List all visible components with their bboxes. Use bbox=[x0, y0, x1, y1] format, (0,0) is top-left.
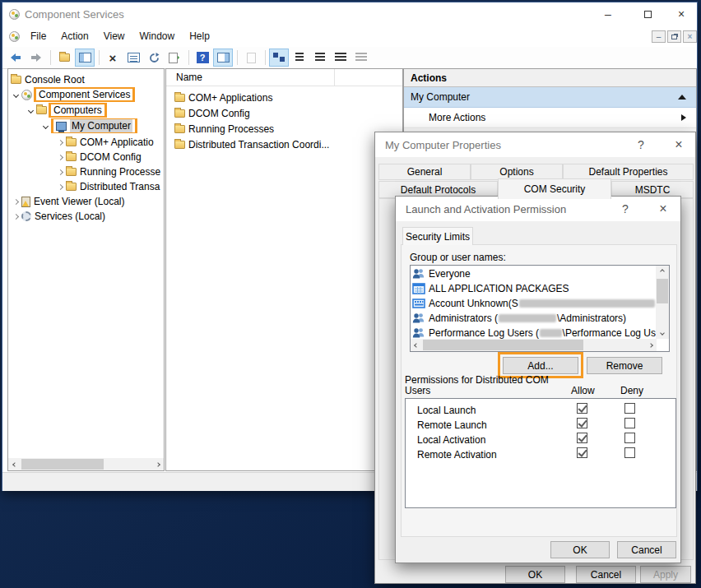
view-customize-button[interactable] bbox=[351, 49, 371, 67]
dialog-close-button[interactable]: × bbox=[665, 132, 693, 157]
actions-item-more-actions[interactable]: More Actions bbox=[404, 108, 696, 128]
tree-item-console-root[interactable]: Console Root bbox=[8, 72, 164, 87]
user-list-vertical-scrollbar[interactable] bbox=[656, 266, 669, 339]
show-hide-console-tree-button[interactable] bbox=[75, 49, 95, 67]
permission-ok-button[interactable]: OK bbox=[550, 541, 610, 558]
view-list-button[interactable] bbox=[310, 49, 330, 67]
delete-button[interactable]: × bbox=[103, 49, 123, 67]
tree-item-component-services[interactable]: Component Services bbox=[8, 87, 164, 102]
group-user-names-list[interactable]: Everyone ALL APPLICATION PACKAGES Accoun… bbox=[410, 265, 670, 352]
refresh-button[interactable] bbox=[144, 49, 164, 67]
user-list-item[interactable]: Everyone bbox=[412, 266, 656, 281]
close-button[interactable]: × bbox=[666, 2, 697, 25]
dialog-help-button[interactable]: ? bbox=[627, 132, 655, 157]
tab-default-properties[interactable]: Default Properties bbox=[563, 164, 694, 180]
scroll-right-arrow[interactable] bbox=[645, 339, 657, 351]
expander-icon[interactable] bbox=[55, 170, 66, 174]
dialog-title-bar[interactable]: My Computer Properties ? × bbox=[375, 132, 695, 157]
tree-item-computers[interactable]: Computers bbox=[8, 103, 164, 118]
scrollbar-thumb[interactable] bbox=[21, 459, 104, 470]
allow-checkbox-local-activation[interactable] bbox=[577, 433, 587, 443]
deny-checkbox-remote-launch[interactable] bbox=[624, 418, 635, 428]
scroll-down-arrow[interactable] bbox=[656, 327, 669, 339]
tree-item-services[interactable]: Services (Local) bbox=[8, 209, 164, 224]
tree-item-distributed-transaction[interactable]: Distributed Transa bbox=[8, 179, 164, 194]
view-details-button[interactable] bbox=[331, 49, 350, 67]
properties-apply-button[interactable]: Apply bbox=[640, 566, 691, 583]
deny-checkbox-local-activation[interactable] bbox=[624, 433, 635, 443]
menu-action[interactable]: Action bbox=[53, 27, 95, 45]
show-hide-action-pane-button[interactable] bbox=[213, 49, 233, 67]
title-bar[interactable]: Component Services – × bbox=[2, 2, 697, 25]
tree-item-event-viewer[interactable]: Event Viewer (Local) bbox=[8, 194, 164, 209]
expander-icon[interactable] bbox=[55, 155, 66, 160]
menu-help[interactable]: Help bbox=[182, 27, 217, 45]
view-small-icons-button[interactable] bbox=[290, 49, 309, 67]
dialog-help-button[interactable]: ? bbox=[611, 197, 639, 221]
tab-security-limits[interactable]: Security Limits bbox=[402, 227, 473, 245]
back-button[interactable] bbox=[6, 49, 26, 67]
properties-ok-button[interactable]: OK bbox=[505, 566, 565, 583]
mdi-restore-button[interactable] bbox=[667, 30, 681, 43]
name-column-header[interactable]: Name bbox=[176, 72, 202, 83]
menu-view[interactable]: View bbox=[96, 27, 132, 45]
deny-checkbox-remote-activation[interactable] bbox=[624, 447, 635, 458]
expander-icon[interactable] bbox=[11, 200, 21, 204]
allow-checkbox-remote-activation[interactable] bbox=[577, 447, 587, 458]
collapse-arrow-icon[interactable] bbox=[678, 95, 686, 100]
menu-window[interactable]: Window bbox=[132, 27, 183, 45]
expander-icon[interactable] bbox=[40, 124, 51, 128]
list-item[interactable]: DCOM Config bbox=[166, 106, 402, 121]
forward-button[interactable] bbox=[26, 49, 46, 67]
user-list-item[interactable]: ALL APPLICATION PACKAGES bbox=[412, 281, 656, 296]
tree-item-com-applications[interactable]: COM+ Applicatio bbox=[8, 135, 164, 150]
help-button[interactable]: ? bbox=[193, 49, 212, 67]
actions-group-my-computer[interactable]: My Computer bbox=[404, 87, 696, 108]
properties-button[interactable] bbox=[123, 49, 143, 67]
export-list-button[interactable] bbox=[165, 49, 184, 67]
list-item[interactable]: Distributed Transaction Coordi... bbox=[166, 137, 402, 152]
favorites-button[interactable] bbox=[241, 49, 261, 67]
user-list-horizontal-scrollbar[interactable] bbox=[411, 339, 657, 351]
view-large-icons-button[interactable] bbox=[269, 49, 289, 67]
column-splitter[interactable] bbox=[334, 69, 335, 86]
properties-cancel-button[interactable]: Cancel bbox=[576, 566, 636, 583]
tab-general[interactable]: General bbox=[378, 164, 471, 180]
tab-options[interactable]: Options bbox=[471, 164, 563, 180]
allow-checkbox-remote-launch[interactable] bbox=[577, 418, 587, 428]
maximize-button[interactable] bbox=[629, 2, 666, 25]
mdi-minimize-button[interactable]: – bbox=[652, 30, 666, 43]
deny-checkbox-local-launch[interactable] bbox=[624, 403, 635, 414]
expander-icon[interactable] bbox=[11, 215, 21, 219]
dialog-close-button[interactable]: × bbox=[649, 197, 677, 221]
tree-horizontal-scrollbar[interactable] bbox=[8, 458, 164, 470]
scroll-up-arrow[interactable] bbox=[656, 266, 669, 277]
tree-item-dcom-config[interactable]: DCOM Config bbox=[8, 150, 164, 164]
scrollbar-thumb[interactable] bbox=[657, 279, 668, 303]
scrollbar-thumb[interactable] bbox=[423, 340, 583, 350]
expander-icon[interactable] bbox=[55, 185, 66, 189]
expander-icon[interactable] bbox=[26, 109, 36, 113]
list-item[interactable]: COM+ Applications bbox=[166, 90, 402, 105]
up-one-level-button[interactable] bbox=[54, 49, 74, 67]
add-button[interactable]: Add... bbox=[503, 357, 578, 374]
permission-cancel-button[interactable]: Cancel bbox=[617, 541, 676, 558]
user-list-item[interactable]: Administrators ( \Administrators) bbox=[412, 311, 656, 326]
allow-checkbox-local-launch[interactable] bbox=[577, 403, 587, 414]
tab-com-security[interactable]: COM Security bbox=[498, 178, 611, 199]
mdi-close-button[interactable]: × bbox=[683, 30, 697, 43]
list-item[interactable]: Running Processes bbox=[166, 122, 402, 137]
tree-item-my-computer[interactable]: My Computer bbox=[8, 118, 164, 133]
minimize-button[interactable]: – bbox=[590, 2, 626, 25]
dialog-title-bar[interactable]: Launch and Activation Permission ? × bbox=[396, 197, 680, 221]
scroll-left-arrow[interactable] bbox=[8, 458, 21, 470]
remove-button[interactable]: Remove bbox=[587, 357, 662, 374]
menu-file[interactable]: File bbox=[23, 27, 53, 45]
expander-icon[interactable] bbox=[55, 141, 66, 145]
user-list-item[interactable]: Account Unknown(S bbox=[412, 296, 656, 311]
tree-item-label: Computers bbox=[53, 104, 102, 116]
scroll-right-arrow[interactable] bbox=[151, 458, 164, 470]
tree-item-running-processes[interactable]: Running Processe bbox=[8, 164, 164, 179]
expander-icon[interactable] bbox=[11, 93, 21, 97]
scroll-left-arrow[interactable] bbox=[411, 339, 422, 351]
